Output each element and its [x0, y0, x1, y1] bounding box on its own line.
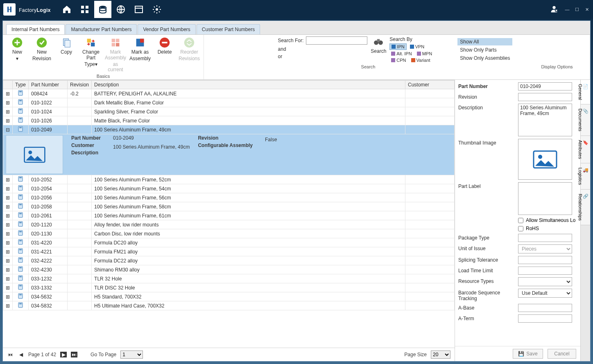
expand-icon[interactable]: ⊟	[3, 125, 13, 134]
search-button[interactable]: Search	[371, 48, 386, 54]
table-row[interactable]: ⊞008424-0.2BATTERY, PENLIGHT AA, ALKALIN…	[3, 89, 455, 98]
table-row[interactable]: ⊞031-4221Formula FM21 alloy	[3, 247, 455, 256]
ribbon-new-rev-button[interactable]: NewRevision	[32, 36, 52, 62]
pager-goto-select[interactable]: 1	[120, 350, 143, 359]
toolbar-gear-icon[interactable]	[148, 1, 165, 18]
table-row[interactable]: ⊞031-4220Formula DC20 alloy	[3, 238, 455, 247]
table-row[interactable]: ⊞010-2054100 Series Aluminum Frame, 54cm	[3, 184, 455, 193]
prop-input-load-time-limit[interactable]	[518, 267, 572, 275]
expand-icon[interactable]: ⊞	[3, 89, 13, 98]
ribbon-new-button[interactable]: New▾	[7, 36, 27, 62]
expand-icon[interactable]: ⊞	[3, 193, 13, 202]
expand-icon[interactable]: ⊞	[3, 98, 13, 107]
tab-internal-part-numbers[interactable]: Internal Part Numbers	[6, 24, 65, 34]
toolbar-db-icon[interactable]	[94, 1, 111, 18]
col-customer[interactable]: Customer	[405, 81, 455, 89]
ribbon-copy-button[interactable]: Copy	[56, 36, 77, 55]
display-opt-show-only-assemblies[interactable]: Show Only Assemblies	[457, 54, 512, 62]
ribbon-delete-button[interactable]: Delete	[154, 36, 175, 55]
prop-allow-simultaneous-lo[interactable]: Allow Simultaneous Lo	[518, 217, 577, 223]
pager-size-select[interactable]: 20	[431, 350, 450, 359]
search-input[interactable]	[306, 36, 367, 45]
pager-next-icon[interactable]: ▶	[60, 352, 67, 357]
expand-icon[interactable]: ⊞	[3, 238, 13, 247]
minimize-button[interactable]: —	[564, 7, 570, 12]
pager-last-icon[interactable]: ⏭	[71, 352, 77, 357]
expand-icon[interactable]: ⊞	[3, 274, 13, 283]
tab-customer-part-numbers[interactable]: Customer Part Numbers	[197, 24, 260, 34]
table-row[interactable]: ⊞010-2056100 Series Aluminum Frame, 56cm	[3, 193, 455, 202]
chip-altipn[interactable]: Alt. IPN	[389, 51, 413, 57]
expand-icon[interactable]: ⊞	[3, 211, 13, 220]
prop-input-package-type[interactable]	[518, 234, 572, 242]
table-row[interactable]: ⊞020-1120Alloy fender, low rider mounts	[3, 220, 455, 229]
display-opt-show-all[interactable]: Show All	[457, 38, 512, 45]
toolbar-home-icon[interactable]	[58, 1, 75, 18]
table-row[interactable]: ⊞033-1332TLR DISC 32 Hole	[3, 283, 455, 292]
ribbon-change-type-button[interactable]: Change PartType▾	[81, 36, 101, 67]
pager-first-icon[interactable]: ⏮	[7, 352, 14, 357]
chip-vpn[interactable]: VPN	[408, 43, 426, 50]
expand-icon[interactable]: ⊞	[3, 301, 13, 310]
prop-input-barcode-sequence-tracking[interactable]: Use Default	[518, 289, 572, 298]
expand-icon[interactable]: ⊞	[3, 265, 13, 274]
expand-icon[interactable]: ⊞	[3, 184, 13, 193]
prop-input-description[interactable]	[518, 104, 572, 136]
expand-icon[interactable]: ⊞	[3, 283, 13, 292]
prop-input-unit-of-issue[interactable]: Pieces	[518, 244, 572, 253]
user-icon[interactable]	[550, 5, 559, 15]
chip-variant[interactable]: Variant	[410, 57, 432, 63]
prop-input-revision[interactable]	[518, 93, 572, 101]
prop-input-part-label[interactable]	[518, 182, 572, 215]
ribbon-mark-asm-button[interactable]: Mark asAssembly	[130, 36, 150, 62]
table-row[interactable]: ⊟010-2049100 Series Aluminum Frame, 49cm	[3, 125, 455, 134]
side-tab-logistics[interactable]: 🚚Logistics	[581, 163, 590, 190]
side-tab-relationships[interactable]: 🔗Relationships	[581, 190, 590, 225]
prop-input-a-term[interactable]	[518, 314, 572, 323]
table-row[interactable]: ⊞034-5832H5 Ultimate Hard Case, 700X32	[3, 301, 455, 310]
toolbar-grid-icon[interactable]	[76, 1, 93, 18]
display-opt-show-only-parts[interactable]: Show Only Parts	[457, 46, 512, 54]
side-tab-attributes[interactable]: 🔖Attributes	[581, 136, 590, 163]
table-row[interactable]: ⊞033-1232TLR 32 Hole	[3, 274, 455, 283]
table-row[interactable]: ⊞010-1024Sparkling Silver, Frame Color	[3, 107, 455, 116]
col-type[interactable]: Type	[13, 81, 29, 89]
table-row[interactable]: ⊞010-1026Matte Black, Frame Color	[3, 116, 455, 125]
save-button[interactable]: 💾Save	[513, 349, 543, 359]
table-row[interactable]: ⊞032-4230Shimano RM30 alloy	[3, 265, 455, 274]
expand-icon[interactable]: ⊞	[3, 256, 13, 265]
expand-icon[interactable]: ⊞	[3, 247, 13, 256]
expand-icon[interactable]: ⊞	[3, 220, 13, 229]
col-part-number[interactable]: Part Number	[29, 81, 68, 89]
table-row[interactable]: ⊞010-2061100 Series Aluminum Frame, 61cm	[3, 211, 455, 220]
tab-vendor-part-numbers[interactable]: Vendor Part Numbers	[138, 24, 195, 34]
close-button[interactable]: ✕	[584, 7, 590, 12]
expand-icon[interactable]: ⊞	[3, 202, 13, 211]
toolbar-globe-icon[interactable]	[112, 1, 129, 18]
table-row[interactable]: ⊞010-1022Dark Metallic Blue, Frame Color	[3, 98, 455, 107]
cancel-button[interactable]: Cancel	[548, 349, 576, 359]
table-row[interactable]: ⊞010-2058100 Series Aluminum Frame, 58cm	[3, 202, 455, 211]
table-row[interactable]: ⊞010-2052100 Series Aluminum Frame, 52cm	[3, 175, 455, 184]
prop-input-splicing-tolerance[interactable]	[518, 256, 572, 264]
pager-prev-icon[interactable]: ◀	[18, 352, 24, 357]
maximize-button[interactable]: ☐	[574, 7, 580, 12]
chip-mpn[interactable]: MPN	[415, 51, 434, 57]
side-tab-general[interactable]: 📄General	[581, 80, 590, 104]
side-tab-documents[interactable]: 📎Documents	[581, 104, 590, 136]
expand-icon[interactable]: ⊞	[3, 116, 13, 125]
col-revision[interactable]: Revision	[68, 81, 92, 89]
table-row[interactable]: ⊞032-4222Formula DC22 alloy	[3, 256, 455, 265]
table-row[interactable]: ⊞020-1130Carbon Disc, low rider mounts	[3, 229, 455, 238]
table-row[interactable]: ⊞034-5632H5 Standard, 700X32	[3, 292, 455, 301]
col-expand[interactable]	[3, 81, 13, 89]
expand-icon[interactable]: ⊞	[3, 229, 13, 238]
expand-icon[interactable]: ⊞	[3, 292, 13, 301]
expand-icon[interactable]: ⊞	[3, 175, 13, 184]
chip-ipn[interactable]: IPN	[389, 43, 406, 50]
expand-icon[interactable]: ⊞	[3, 107, 13, 116]
tab-manufacturer-part-numbers[interactable]: Manufacturer Part Numbers	[66, 24, 137, 34]
prop-input-part-number[interactable]	[518, 82, 572, 90]
prop-input-resource-types[interactable]	[518, 277, 572, 286]
chip-cpn[interactable]: CPN	[389, 57, 407, 63]
